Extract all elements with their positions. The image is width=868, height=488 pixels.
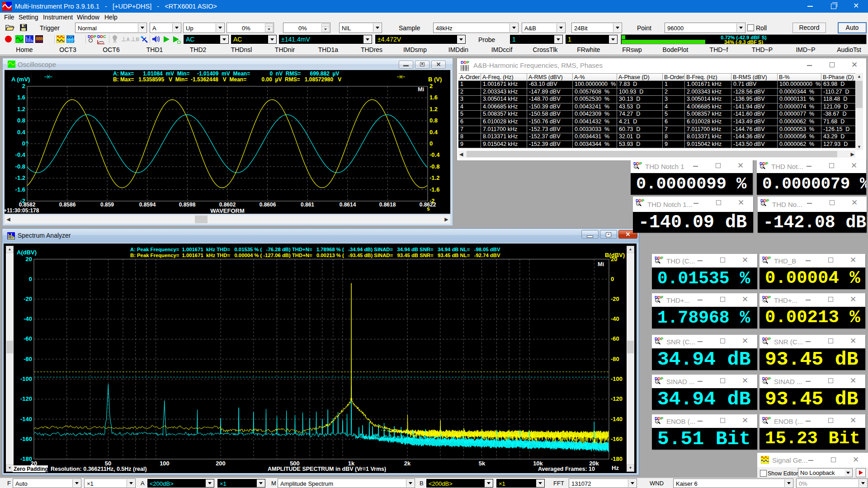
svg-text:Mi: Mi [418,86,424,93]
svg-text:-60: -60 [24,335,32,342]
svg-text:s: s [427,206,430,212]
svg-text:-60: -60 [611,335,619,342]
svg-text:Hz: Hz [612,465,619,471]
svg-text:0.8606: 0.8606 [259,202,276,208]
svg-text:-180: -180 [611,455,623,462]
svg-text:0.861: 0.861 [301,202,314,208]
svg-text:-20: -20 [611,296,619,302]
svg-text:0.8582: 0.8582 [19,202,36,208]
svg-text:0: 0 [29,276,32,282]
svg-text:B: Peak Frequency= 1.001671: B: Peak Frequency= 1.001671 kHz THD= 0.0… [130,253,500,258]
svg-text:-100: -100 [611,375,623,382]
svg-text:2k: 2k [404,460,411,467]
svg-text:1.6: 1.6 [429,94,438,101]
svg-text:0: 0 [429,140,433,147]
svg-text:2: 2 [429,83,433,89]
svg-text:-160: -160 [611,436,623,442]
svg-text:-0.4: -0.4 [429,151,440,158]
svg-text:0.8: 0.8 [429,117,438,124]
svg-text:B (V): B (V) [428,76,442,83]
svg-text:-100: -100 [20,375,32,382]
svg-text:0.4: 0.4 [429,129,438,136]
svg-text:0.8598: 0.8598 [179,202,196,208]
svg-text:-0.8: -0.8 [15,163,25,170]
svg-text:1.6: 1.6 [17,94,25,101]
svg-text:Zero Padding: Zero Padding [14,466,48,472]
svg-text:A (mV): A (mV) [11,76,30,83]
svg-text:Averaged Frames: 10: Averaged Frames: 10 [538,466,595,472]
svg-text:AMPLITUDE SPECTRUM in dBV (Vr=: AMPLITUDE SPECTRUM in dBV (Vr=1 Vrms) [268,466,386,472]
svg-text:-120: -120 [20,395,32,402]
svg-text:0.859: 0.859 [100,202,114,208]
svg-text:Resolution: 0.366211Hz, 0.5Hz: Resolution: 0.366211Hz, 0.5Hz (real) [51,466,147,472]
svg-text:-40: -40 [611,315,619,322]
svg-text:0.4: 0.4 [17,129,26,136]
svg-text:1.2: 1.2 [17,106,25,113]
svg-text:-1.6: -1.6 [15,186,25,193]
svg-text:0.8594: 0.8594 [139,202,156,208]
svg-text:-1.6: -1.6 [429,186,439,193]
svg-text:-80: -80 [24,356,32,362]
svg-text:-20: -20 [24,296,32,302]
svg-text:-40: -40 [24,315,32,322]
svg-text:0.8618: 0.8618 [379,202,396,208]
svg-text:WAVEFORM: WAVEFORM [210,207,245,214]
svg-text:-120: -120 [611,395,623,402]
svg-text:-160: -160 [20,436,32,442]
svg-text:-0.4: -0.4 [15,151,26,158]
svg-text:Mi: Mi [598,261,604,267]
svg-text:20: 20 [26,256,32,263]
svg-text:-1.2: -1.2 [429,174,439,181]
svg-text:0.8602: 0.8602 [219,202,236,208]
svg-text:-0.8: -0.8 [429,163,439,170]
svg-text:0: 0 [22,140,25,147]
svg-text:0.8: 0.8 [17,117,25,124]
svg-text:0: 0 [611,276,614,282]
svg-text:20: 20 [611,256,617,263]
svg-text:A(dBV): A(dBV) [17,249,37,256]
svg-text:+11:30:05:178: +11:30:05:178 [4,207,39,214]
svg-text:5k: 5k [479,460,486,467]
svg-text:0.8614: 0.8614 [340,202,356,208]
svg-text:B: Max= 1.5358595 V Min=: B: Max= 1.5358595 V Min= -1.5362448 V Me… [113,76,341,83]
svg-text:A: Peak Frequency= 1.001671: A: Peak Frequency= 1.001671 kHz THD= 0.0… [130,247,500,252]
svg-text:0.8586: 0.8586 [59,202,76,208]
svg-text:100: 100 [160,460,170,467]
svg-text:A: Max= 1.01084 mV Min=: A: Max= 1.01084 mV Min= -1.01409 mV Mean… [113,70,339,77]
svg-text:-140: -140 [20,416,32,422]
svg-text:2: 2 [22,83,25,89]
svg-text:-140: -140 [611,416,623,422]
svg-text:-80: -80 [611,356,619,362]
svg-text:-1.2: -1.2 [15,174,25,181]
svg-text:1.2: 1.2 [429,106,438,113]
svg-text:200: 200 [216,460,226,467]
